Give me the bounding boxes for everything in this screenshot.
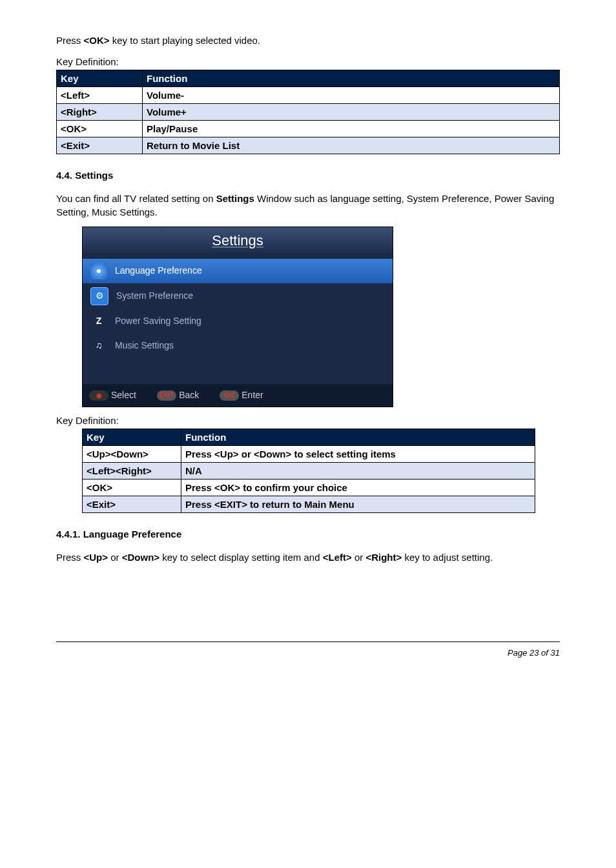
- settings-title: Settings: [83, 227, 393, 255]
- footer-enter: OK Enter: [220, 389, 263, 402]
- settings-item-label: System Preference: [116, 290, 193, 303]
- heading-4-4: 4.4. Settings: [56, 168, 560, 182]
- cell-func: Volume-: [143, 87, 560, 104]
- table-row: <Right>Volume+: [57, 104, 560, 121]
- cell-func: Play/Pause: [143, 121, 560, 137]
- cell-func: Press <Up> or <Down> to select setting i…: [181, 446, 535, 463]
- footer-rule: [56, 641, 560, 642]
- cell-key: <OK>: [57, 121, 143, 137]
- text: or: [108, 552, 122, 563]
- table-header-row: Key Function: [57, 70, 560, 87]
- gear-icon: ⚙: [90, 287, 108, 305]
- settings-list: ● Language Preference ⚙ System Preferenc…: [83, 255, 393, 384]
- col-header-key: Key: [57, 70, 143, 87]
- cell-key: <Right>: [57, 104, 143, 121]
- table-row: <OK>Press <OK> to confirm your choice: [83, 479, 535, 496]
- settings-item-power: Z Power Saving Setting: [83, 309, 393, 334]
- key-ok-bold: <OK>: [84, 35, 110, 46]
- footer-label: Back: [179, 389, 199, 402]
- settings-footer: ◉ Select EXIT Back OK Enter: [83, 384, 393, 407]
- cell-func: Return to Movie List: [143, 137, 560, 154]
- settings-item-label: Language Preference: [115, 265, 202, 278]
- cell-key: <OK>: [83, 479, 181, 496]
- cell-key: <Left><Right>: [83, 463, 181, 479]
- footer-select: ◉ Select: [89, 389, 136, 402]
- settings-item-label: Music Settings: [115, 339, 174, 352]
- globe-icon: ●: [90, 263, 107, 279]
- lang-pref-paragraph: Press <Up> or <Down> key to select displ…: [56, 550, 560, 564]
- col-header-key: Key: [83, 429, 181, 446]
- bold-settings: Settings: [216, 193, 254, 204]
- cell-func: Volume+: [143, 104, 560, 121]
- cell-key: <Up><Down>: [83, 446, 181, 463]
- settings-item-language: ● Language Preference: [83, 259, 393, 283]
- cell-func: Press <EXIT> to return to Main Menu: [181, 496, 535, 513]
- cell-func: N/A: [181, 463, 535, 479]
- key-definition-label: Key Definition:: [56, 55, 560, 68]
- key-left: <Left>: [323, 552, 352, 563]
- cell-key: <Exit>: [57, 137, 143, 154]
- settings-item-label: Power Saving Setting: [115, 315, 201, 328]
- text: key to select display setting item and: [159, 552, 323, 563]
- settings-screenshot: Settings ● Language Preference ⚙ System …: [82, 227, 393, 407]
- text: You can find all TV related setting on: [56, 193, 216, 204]
- footer-label: Select: [111, 389, 136, 402]
- col-header-function: Function: [143, 70, 560, 87]
- exit-badge-icon: EXIT: [157, 390, 176, 401]
- footer-label: Enter: [241, 389, 263, 402]
- music-icon: ♫: [90, 338, 107, 354]
- table-row: <Exit>Press <EXIT> to return to Main Men…: [83, 496, 535, 513]
- text: key to start playing selected video.: [110, 35, 260, 46]
- page-number: Page 23 of 31: [56, 647, 560, 659]
- col-header-function: Function: [181, 429, 535, 446]
- key-down: <Down>: [122, 552, 159, 563]
- key-up: <Up>: [84, 552, 108, 563]
- cell-key: <Left>: [57, 87, 143, 104]
- key-definition-table-1: Key Function <Left>Volume- <Right>Volume…: [56, 70, 560, 154]
- text: Press: [56, 552, 84, 563]
- heading-4-4-1: 4.4.1. Language Preference: [56, 527, 560, 541]
- settings-item-system: ⚙ System Preference: [83, 283, 393, 309]
- ok-badge-icon: OK: [220, 390, 239, 401]
- text: Press: [56, 35, 84, 46]
- footer-back: EXIT Back: [157, 389, 199, 402]
- cell-key: <Exit>: [83, 496, 181, 513]
- settings-description: You can find all TV related setting on S…: [56, 192, 560, 219]
- table-row: <OK>Play/Pause: [57, 121, 560, 137]
- table-row: <Left>Volume-: [57, 87, 560, 104]
- joystick-icon: ◉: [89, 390, 108, 401]
- table-row: <Exit>Return to Movie List: [57, 137, 560, 154]
- key-definition-table-2: Key Function <Up><Down>Press <Up> or <Do…: [82, 429, 535, 513]
- text: key to adjust setting.: [402, 552, 493, 563]
- cell-func: Press <OK> to confirm your choice: [181, 479, 535, 496]
- sleep-icon: Z: [90, 313, 107, 330]
- table-row: <Left><Right>N/A: [83, 463, 535, 479]
- key-definition-label-2: Key Definition:: [56, 414, 560, 427]
- table-header-row: Key Function: [83, 429, 535, 446]
- table-row: <Up><Down>Press <Up> or <Down> to select…: [83, 446, 535, 463]
- intro-paragraph: Press <OK> key to start playing selected…: [56, 34, 560, 47]
- key-right: <Right>: [365, 552, 402, 563]
- settings-item-music: ♫ Music Settings: [83, 334, 393, 358]
- text: or: [352, 552, 366, 563]
